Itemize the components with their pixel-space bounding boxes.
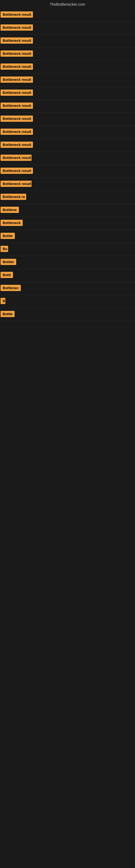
result-row: B [0,295,135,308]
result-row: Bottleneck result [0,9,135,22]
bottleneck-badge[interactable]: Bottleneck result [1,90,33,96]
bottleneck-badge[interactable]: Bottler [1,259,16,265]
result-row: Bottle [0,308,135,321]
bottleneck-badge[interactable]: B [1,298,5,304]
result-row: Bottleneck result [0,113,135,126]
bottleneck-badge[interactable]: Bottleneck result [1,155,32,161]
bottleneck-badge[interactable]: Bottle [1,311,14,317]
result-row: Bottlenec [0,282,135,295]
bottleneck-badge[interactable]: Bottleneck re [1,194,26,200]
result-row: Bottleneck result [0,139,135,152]
bottleneck-badge[interactable]: Bo [1,246,8,252]
result-row: Bottleneck result [0,35,135,48]
result-row: Bottleneck result [0,165,135,178]
result-row: Bottler [0,256,135,269]
bottleneck-badge[interactable]: Bottleneck result [1,11,33,18]
bottleneck-badge[interactable]: Bottleneck result [1,102,33,109]
result-row: Bottl [0,269,135,282]
bottleneck-badge[interactable]: Bottlene [1,207,19,213]
bottleneck-badge[interactable]: Bottleneck result [1,63,33,70]
result-row: Bottleneck [0,217,135,230]
bottleneck-badge[interactable]: Bottleneck result [1,24,33,31]
result-row: Bottleneck result [0,74,135,87]
result-row: Bo [0,243,135,256]
bottleneck-badge[interactable]: Bottleneck result [1,51,33,57]
result-row: Bottleneck result [0,87,135,100]
result-row: Bottle [0,230,135,243]
bottleneck-badge[interactable]: Bottleneck result [1,76,33,83]
bottleneck-badge[interactable]: Bottleneck result [1,167,33,174]
result-row: Bottleneck result [0,48,135,61]
bottleneck-badge[interactable]: Bottlenec [1,285,21,291]
bottleneck-badge[interactable]: Bottleneck result [1,181,32,187]
result-row: Bottleneck re [0,191,135,204]
result-row: Bottleneck result [0,152,135,165]
bottleneck-badge[interactable]: Bottleneck result [1,142,33,148]
bottleneck-badge[interactable]: Bottleneck result [1,129,33,135]
result-row: Bottleneck result [0,61,135,74]
bottleneck-badge[interactable]: Bottleneck result [1,116,33,122]
bottleneck-badge[interactable]: Bottle [1,233,15,239]
result-row: Bottleneck result [0,178,135,191]
bottleneck-badge[interactable]: Bottleneck result [1,37,33,44]
result-row: Bottleneck result [0,126,135,139]
result-row: Bottlene [0,204,135,217]
result-row: Bottleneck result [0,100,135,113]
bottleneck-badge[interactable]: Bottl [1,272,13,278]
site-title: TheBottlenecker.com [0,0,135,9]
bottleneck-badge[interactable]: Bottleneck [1,220,23,226]
result-row: Bottleneck result [0,22,135,35]
